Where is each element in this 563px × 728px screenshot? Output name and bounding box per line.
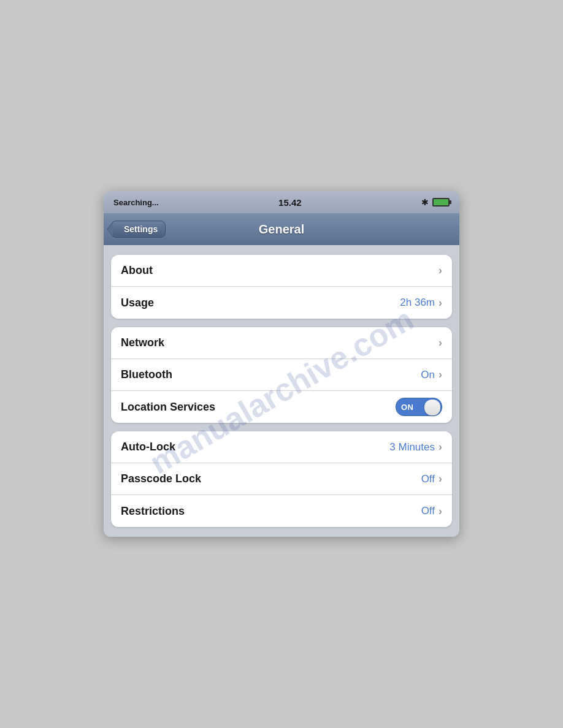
restrictions-chevron: › [439, 505, 442, 518]
location-services-row[interactable]: Location Services ON [111, 391, 452, 423]
auto-lock-row[interactable]: Auto-Lock 3 Minutes › [111, 431, 452, 463]
passcode-lock-row[interactable]: Passcode Lock Off › [111, 463, 452, 495]
settings-group-2: Network › Bluetooth On › Location Servic… [111, 327, 452, 423]
passcode-lock-chevron: › [439, 472, 442, 485]
restrictions-right: Off › [421, 505, 442, 518]
network-chevron: › [439, 336, 442, 349]
signal-status: Searching... [113, 198, 159, 207]
nav-title: General [259, 222, 304, 237]
location-services-right: ON [396, 398, 442, 416]
about-chevron: › [439, 264, 442, 277]
status-bar: Searching... 15.42 ✱ [104, 191, 459, 213]
battery-icon [432, 198, 450, 207]
bluetooth-icon: ✱ [421, 197, 429, 207]
settings-group-1: About › Usage 2h 36m › [111, 255, 452, 319]
content-wrapper: About › Usage 2h 36m › Network [104, 245, 459, 537]
toggle-thumb [424, 400, 440, 415]
network-label: Network [121, 336, 164, 349]
auto-lock-right: 3 Minutes › [389, 441, 442, 453]
passcode-lock-right: Off › [421, 472, 442, 485]
auto-lock-value: 3 Minutes [389, 441, 435, 453]
network-row[interactable]: Network › [111, 327, 452, 359]
toggle-on-label: ON [401, 403, 414, 412]
time-display: 15.42 [278, 197, 302, 208]
network-right: › [439, 336, 442, 349]
status-icons: ✱ [421, 197, 450, 207]
bluetooth-right: On › [421, 368, 442, 381]
phone-frame: Searching... 15.42 ✱ Settings General Ab… [104, 191, 459, 537]
bluetooth-label: Bluetooth [121, 368, 172, 381]
about-label: About [121, 264, 153, 277]
auto-lock-chevron: › [439, 441, 442, 453]
restrictions-label: Restrictions [121, 505, 185, 518]
usage-label: Usage [121, 297, 154, 309]
usage-value: 2h 36m [400, 297, 435, 309]
restrictions-value: Off [421, 505, 435, 517]
bluetooth-chevron: › [439, 368, 442, 381]
auto-lock-label: Auto-Lock [121, 441, 175, 453]
about-right: › [439, 264, 442, 277]
restrictions-row[interactable]: Restrictions Off › [111, 495, 452, 527]
location-services-toggle[interactable]: ON [396, 398, 442, 416]
usage-right: 2h 36m › [400, 297, 442, 309]
settings-group-3: Auto-Lock 3 Minutes › Passcode Lock Off … [111, 431, 452, 527]
bluetooth-value: On [421, 369, 435, 381]
passcode-lock-value: Off [421, 473, 435, 485]
settings-content: About › Usage 2h 36m › Network [104, 245, 459, 537]
back-button[interactable]: Settings [111, 221, 166, 238]
about-row[interactable]: About › [111, 255, 452, 287]
passcode-lock-label: Passcode Lock [121, 472, 201, 485]
usage-row[interactable]: Usage 2h 36m › [111, 287, 452, 319]
nav-bar: Settings General [104, 213, 459, 245]
usage-chevron: › [439, 297, 442, 309]
location-services-label: Location Services [121, 401, 215, 414]
bluetooth-row[interactable]: Bluetooth On › [111, 359, 452, 391]
